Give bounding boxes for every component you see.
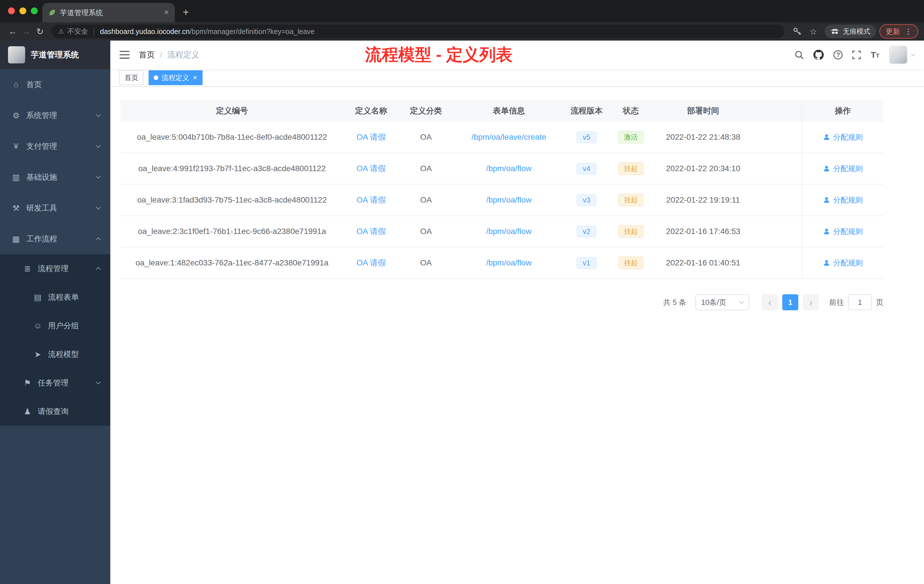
workflow-icon: ▦ — [12, 234, 21, 244]
gear-icon: ⚙ — [12, 111, 21, 120]
breadcrumb-current: 流程定义 — [167, 49, 200, 60]
tag-close-icon[interactable]: ✕ — [193, 74, 198, 81]
sidebar-item-infrastructure[interactable]: ▥ 基础设施 — [0, 162, 110, 193]
sidebar-item-process-form[interactable]: ▤ 流程表单 — [0, 283, 110, 312]
assign-rule-button[interactable]: 分配规则 — [823, 258, 863, 268]
page-1-button[interactable]: 1 — [782, 294, 798, 310]
infrastructure-icon: ▥ — [12, 173, 21, 182]
version-badge: v2 — [577, 226, 597, 238]
table-row: oa_leave:5:004b710b-7b8a-11ec-8ef0-acde4… — [120, 122, 883, 153]
tag-home[interactable]: 首页 — [119, 70, 144, 85]
definition-name-link[interactable]: OA 请假 — [356, 258, 386, 267]
assign-rule-button[interactable]: 分配规则 — [823, 195, 863, 205]
assign-rule-button[interactable]: 分配规则 — [823, 226, 863, 237]
sidebar-item-process-management[interactable]: ≣ 流程管理 — [0, 254, 110, 283]
prev-page-button[interactable]: ‹ — [762, 294, 778, 310]
form-link[interactable]: /bpm/oa/flow — [486, 195, 532, 204]
sidebar-item-label: 研发工具 — [26, 203, 91, 213]
status-badge: 挂起 — [618, 162, 644, 175]
chevron-down-icon — [911, 52, 916, 56]
divider — [94, 27, 94, 35]
sidebar-item-leave-query[interactable]: ♟ 请假查询 — [0, 397, 110, 426]
assign-rule-button[interactable]: 分配规则 — [823, 164, 863, 174]
definition-name-link[interactable]: OA 请假 — [356, 133, 386, 142]
next-page-button[interactable]: › — [803, 294, 819, 310]
app-logo[interactable]: 芋道管理系统 — [0, 41, 110, 69]
assign-rule-label: 分配规则 — [833, 164, 863, 174]
page-size-select[interactable]: 10条/页 — [695, 294, 749, 310]
deploy-time: 2022-01-16 01:40:51 — [653, 258, 753, 267]
definition-category: OA — [399, 195, 453, 205]
back-button[interactable]: ← — [6, 26, 20, 36]
column-header: 定义编号 — [120, 106, 343, 116]
deploy-time: 2022-01-16 17:46:53 — [653, 227, 753, 236]
incognito-icon — [830, 28, 840, 35]
chevron-down-icon — [96, 205, 101, 210]
annotation-title: 流程模型 - 定义列表 — [365, 44, 513, 66]
version-badge: v1 — [577, 257, 597, 269]
fullscreen-icon[interactable] — [852, 51, 861, 59]
github-icon[interactable] — [813, 50, 824, 60]
minimize-window-button[interactable] — [20, 7, 26, 14]
definition-category: OA — [399, 164, 453, 173]
definition-name-link[interactable]: OA 请假 — [356, 164, 386, 173]
tag-process-definition[interactable]: 流程定义 ✕ — [148, 70, 203, 85]
sidebar-item-dev-tools[interactable]: ⚒ 研发工具 — [0, 193, 110, 223]
definition-name-link[interactable]: OA 请假 — [356, 227, 386, 236]
form-link[interactable]: /bpm/oa/flow — [486, 258, 532, 267]
address-bar[interactable]: ⚠ 不安全 dashboard.yudao.iocoder.cn/bpm/man… — [51, 25, 784, 38]
sidebar-item-payment-management[interactable]: ¥ 支付管理 — [0, 131, 110, 162]
reload-button[interactable]: ↻ — [33, 26, 47, 36]
assign-rule-button[interactable]: 分配规则 — [823, 132, 863, 142]
column-header: 表单信息 — [453, 106, 564, 116]
tab-close-icon[interactable]: ✕ — [164, 9, 169, 16]
sidebar-item-label: 用户分组 — [48, 320, 100, 331]
form-link[interactable]: /bpm/oa/flow — [486, 164, 532, 173]
font-size-icon[interactable]: TT — [871, 50, 879, 60]
tab-strip: 芋道管理系统 ✕ + — [0, 0, 924, 22]
sidebar-item-workflow[interactable]: ▦ 工作流程 — [0, 223, 110, 254]
sidebar-item-home[interactable]: ⌂ 首页 — [0, 69, 110, 100]
sidebar-item-process-model[interactable]: ➤ 流程模型 — [0, 340, 110, 369]
form-link[interactable]: /bpm/oa/leave/create — [472, 133, 546, 142]
breadcrumb-home[interactable]: 首页 — [139, 49, 155, 60]
key-icon[interactable] — [793, 27, 802, 36]
chevron-down-icon — [96, 143, 101, 148]
hamburger-icon[interactable] — [119, 51, 130, 59]
browser-menu-icon[interactable]: ⋮ — [904, 27, 912, 36]
table-header: 定义编号 定义名称 定义分类 表单信息 流程版本 状态 部署时间 操作 — [120, 100, 883, 122]
assign-rule-label: 分配规则 — [833, 258, 863, 268]
navbar-actions: ? TT — [795, 46, 915, 64]
help-icon[interactable]: ? — [833, 50, 843, 59]
goto-page-input[interactable] — [848, 294, 872, 310]
help-glyph: ? — [833, 50, 843, 59]
form-link[interactable]: /bpm/oa/flow — [486, 227, 532, 236]
user-avatar-menu[interactable] — [889, 46, 915, 64]
search-icon[interactable] — [795, 50, 804, 59]
main-area: 首页 / 流程定义 流程模型 - 定义列表 ? — [110, 41, 924, 584]
sidebar-item-user-group[interactable]: ☺ 用户分组 — [0, 312, 110, 340]
browser-tab[interactable]: 芋道管理系统 ✕ — [42, 3, 175, 22]
zoom-window-button[interactable] — [31, 7, 38, 14]
close-window-button[interactable] — [8, 7, 15, 14]
font-small-glyph: T — [876, 53, 879, 59]
deploy-time: 2022-01-22 21:48:38 — [653, 133, 753, 142]
table-row: oa_leave:3:1fad3d93-7b75-11ec-a3c8-acde4… — [120, 185, 883, 216]
sidebar-item-system-management[interactable]: ⚙ 系统管理 — [0, 100, 110, 131]
definition-id: oa_leave:4:991f2193-7b7f-11ec-a3c8-acde4… — [120, 164, 343, 173]
person-icon: ♟ — [23, 407, 32, 416]
definition-name-link[interactable]: OA 请假 — [356, 195, 386, 204]
version-badge: v3 — [577, 194, 597, 206]
forward-button[interactable]: → — [20, 26, 33, 36]
version-badge: v5 — [577, 132, 597, 143]
new-tab-button[interactable]: + — [183, 6, 189, 18]
sidebar-item-task-management[interactable]: ⚑ 任务管理 — [0, 369, 110, 397]
table-row: oa_leave:4:991f2193-7b7f-11ec-a3c8-acde4… — [120, 153, 883, 185]
bookmark-star-icon[interactable]: ☆ — [809, 26, 817, 36]
status-badge: 挂起 — [618, 194, 644, 206]
definition-table: 定义编号 定义名称 定义分类 表单信息 流程版本 状态 部署时间 操作 oa_l… — [120, 100, 883, 279]
browser-update-button[interactable]: 更新 ⋮ — [879, 24, 918, 39]
status-badge: 挂起 — [618, 225, 644, 238]
page-content: 定义编号 定义名称 定义分类 表单信息 流程版本 状态 部署时间 操作 oa_l… — [110, 87, 924, 584]
font-large-glyph: T — [871, 50, 876, 59]
